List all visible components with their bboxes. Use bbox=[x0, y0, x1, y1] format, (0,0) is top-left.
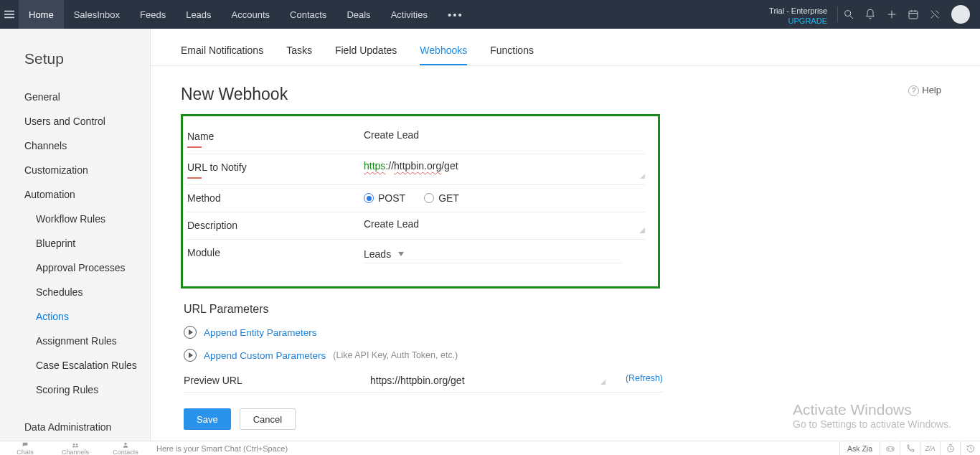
sidebar-item-automation[interactable]: Automation bbox=[0, 182, 150, 207]
nav-tab-deals[interactable]: Deals bbox=[336, 0, 380, 29]
label-preview-url: Preview URL bbox=[184, 375, 370, 386]
footer-chats[interactable]: Chats bbox=[0, 441, 50, 456]
label-module: Module bbox=[186, 245, 364, 258]
bell-icon[interactable] bbox=[859, 0, 881, 29]
form-actions: Save Cancel bbox=[184, 408, 941, 430]
subtab-email[interactable]: Email Notifications bbox=[181, 44, 263, 65]
sidebar-sub-workflow-rules[interactable]: Workflow Rules bbox=[0, 207, 150, 231]
label-url: URL to Notify bbox=[186, 160, 364, 179]
refresh-link[interactable]: (Refresh) bbox=[626, 373, 663, 383]
field-url[interactable]: https://httpbin.org/get bbox=[364, 160, 636, 172]
nav-tab-feeds[interactable]: Feeds bbox=[130, 0, 176, 29]
help-icon: ? bbox=[908, 85, 919, 96]
svg-point-17 bbox=[891, 448, 892, 449]
page-title: New Webhook bbox=[181, 85, 941, 104]
section-url-params: URL Parameters bbox=[184, 303, 941, 316]
history-icon[interactable] bbox=[960, 441, 980, 456]
footer-channels[interactable]: Channels bbox=[50, 441, 100, 456]
footer-contacts[interactable]: Contacts bbox=[100, 441, 151, 456]
content-area: Email Notifications Tasks Field Updates … bbox=[151, 29, 980, 441]
footer-bar: Chats Channels Contacts Here is your Sma… bbox=[0, 441, 980, 455]
top-tabs: Home SalesInbox Feeds Leads Accounts Con… bbox=[19, 0, 473, 29]
nav-tab-leads[interactable]: Leads bbox=[176, 0, 221, 29]
subtab-field-updates[interactable]: Field Updates bbox=[335, 44, 397, 65]
label-name: Name bbox=[186, 129, 364, 148]
cancel-button[interactable]: Cancel bbox=[240, 408, 296, 430]
sidebar-sub-assignment[interactable]: Assignment Rules bbox=[0, 329, 150, 353]
append-custom-hint: (Like API Key, Auth Token, etc.) bbox=[333, 350, 458, 360]
help-link[interactable]: ?Help bbox=[908, 85, 941, 96]
chevron-down-icon bbox=[398, 252, 404, 256]
clock-icon[interactable] bbox=[940, 441, 960, 456]
svg-point-12 bbox=[76, 443, 78, 445]
ask-zia-button[interactable]: Ask Zia bbox=[839, 441, 880, 456]
append-custom-row: Append Custom Parameters (Like API Key, … bbox=[184, 349, 941, 362]
search-icon[interactable] bbox=[838, 0, 859, 29]
resize-handle-icon[interactable] bbox=[636, 170, 645, 179]
action-subtabs: Email Notifications Tasks Field Updates … bbox=[151, 29, 980, 66]
sidebar-item-customization[interactable]: Customization bbox=[0, 158, 150, 182]
field-module[interactable]: Leads bbox=[364, 245, 645, 263]
avatar[interactable] bbox=[951, 5, 970, 24]
resize-handle-icon[interactable] bbox=[636, 225, 645, 233]
sidebar-sub-approval[interactable]: Approval Processes bbox=[0, 255, 150, 280]
radio-get[interactable]: GET bbox=[424, 192, 459, 204]
calendar-icon[interactable] bbox=[903, 0, 924, 29]
subtab-tasks[interactable]: Tasks bbox=[286, 44, 312, 65]
svg-point-3 bbox=[845, 11, 851, 17]
label-description: Description bbox=[186, 218, 364, 231]
append-entity-row: Append Entity Parameters bbox=[184, 326, 941, 339]
append-custom-link[interactable]: Append Custom Parameters bbox=[204, 350, 326, 361]
preview-url-row: Preview URL https://httpbin.org/get (Ref… bbox=[184, 372, 663, 393]
nav-tab-more[interactable]: ••• bbox=[438, 0, 473, 29]
sidebar-item-channels[interactable]: Channels bbox=[0, 133, 150, 158]
play-icon[interactable] bbox=[184, 349, 197, 362]
nav-tab-salesinbox[interactable]: SalesInbox bbox=[64, 0, 130, 29]
gamepad-icon[interactable] bbox=[880, 441, 900, 456]
smart-chat-hint: Here is your Smart Chat (Ctrl+Space) bbox=[156, 444, 288, 453]
svg-rect-0 bbox=[4, 11, 14, 12]
svg-rect-2 bbox=[4, 17, 14, 19]
main-layout: Setup General Users and Control Channels… bbox=[0, 29, 980, 441]
sidebar-sub-escalation[interactable]: Case Escalation Rules bbox=[0, 353, 150, 377]
radio-post[interactable]: POST bbox=[364, 192, 405, 204]
label-method: Method bbox=[186, 191, 364, 204]
svg-point-13 bbox=[124, 442, 126, 444]
phone-icon[interactable] bbox=[900, 441, 920, 456]
nav-tab-activities[interactable]: Activities bbox=[381, 0, 438, 29]
sidebar-title: Setup bbox=[0, 50, 150, 85]
sidebar-sub-blueprint[interactable]: Blueprint bbox=[0, 231, 150, 255]
field-method: POST GET bbox=[364, 191, 645, 204]
svg-line-21 bbox=[951, 449, 952, 449]
sidebar-sub-scoring[interactable]: Scoring Rules bbox=[0, 377, 150, 402]
upgrade-link[interactable]: UPGRADE bbox=[769, 16, 827, 26]
sidebar-sub-actions[interactable]: Actions bbox=[0, 304, 150, 329]
svg-rect-7 bbox=[909, 11, 918, 19]
svg-line-23 bbox=[971, 449, 972, 449]
field-description[interactable]: Create Lead bbox=[364, 218, 636, 230]
plus-icon[interactable] bbox=[881, 0, 903, 29]
setup-sidebar: Setup General Users and Control Channels… bbox=[0, 29, 151, 441]
append-entity-link[interactable]: Append Entity Parameters bbox=[204, 327, 317, 338]
tools-icon[interactable] bbox=[924, 0, 946, 29]
svg-line-4 bbox=[850, 16, 853, 19]
sidebar-item-data-admin[interactable]: Data Administration bbox=[0, 415, 150, 439]
svg-point-18 bbox=[892, 449, 892, 449]
save-button[interactable]: Save bbox=[184, 408, 231, 430]
nav-tab-contacts[interactable]: Contacts bbox=[280, 0, 336, 29]
sidebar-item-general[interactable]: General bbox=[0, 85, 150, 109]
page-body: New Webhook ?Help Name Create Lead URL t… bbox=[151, 66, 980, 441]
subtab-functions[interactable]: Functions bbox=[490, 44, 534, 65]
subtab-webhooks[interactable]: Webhooks bbox=[420, 44, 467, 65]
play-icon[interactable] bbox=[184, 326, 197, 339]
nav-tab-home[interactable]: Home bbox=[19, 0, 64, 29]
trial-info: Trial - Enterprise UPGRADE bbox=[769, 4, 837, 26]
nav-tab-accounts[interactable]: Accounts bbox=[222, 0, 280, 29]
sidebar-item-users-control[interactable]: Users and Control bbox=[0, 109, 150, 133]
preview-url-value: https://httpbin.org/get bbox=[370, 375, 465, 386]
resize-handle-icon[interactable] bbox=[598, 375, 606, 382]
field-name[interactable]: Create Lead bbox=[364, 129, 645, 141]
sidebar-sub-schedules[interactable]: Schedules bbox=[0, 280, 150, 304]
za-icon[interactable]: Z/A bbox=[920, 441, 940, 456]
menu-toggle[interactable] bbox=[0, 0, 19, 29]
